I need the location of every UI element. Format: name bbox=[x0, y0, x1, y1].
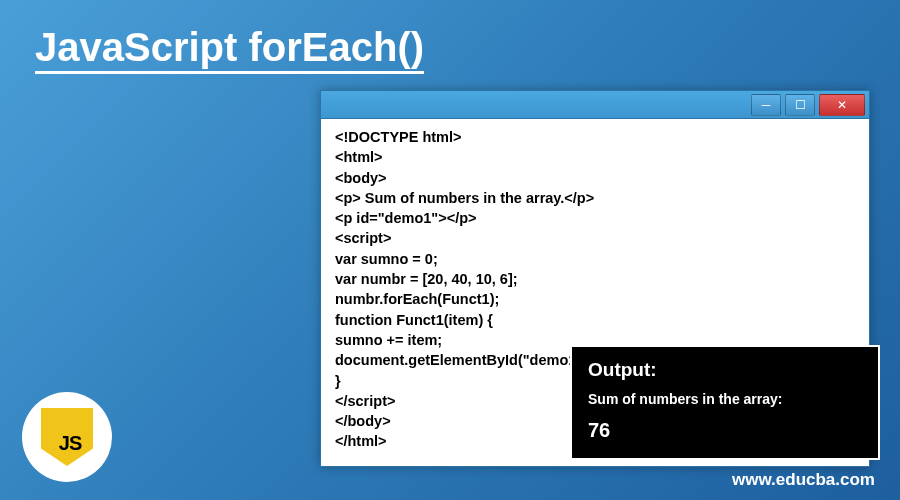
window-titlebar: ─ ☐ ✕ bbox=[321, 91, 869, 119]
js-logo: JS bbox=[22, 392, 112, 482]
output-heading: Output: bbox=[588, 359, 862, 381]
shield-icon: JS bbox=[41, 408, 93, 466]
page-title: JavaScript forEach() bbox=[0, 0, 900, 78]
output-description: Sum of numbers in the array: bbox=[588, 391, 862, 407]
output-value: 76 bbox=[588, 419, 862, 442]
minimize-button[interactable]: ─ bbox=[751, 94, 781, 116]
website-url: www.educba.com bbox=[732, 470, 875, 490]
maximize-button[interactable]: ☐ bbox=[785, 94, 815, 116]
logo-text: JS bbox=[59, 432, 81, 455]
output-panel: Output: Sum of numbers in the array: 76 bbox=[570, 345, 880, 460]
close-button[interactable]: ✕ bbox=[819, 94, 865, 116]
